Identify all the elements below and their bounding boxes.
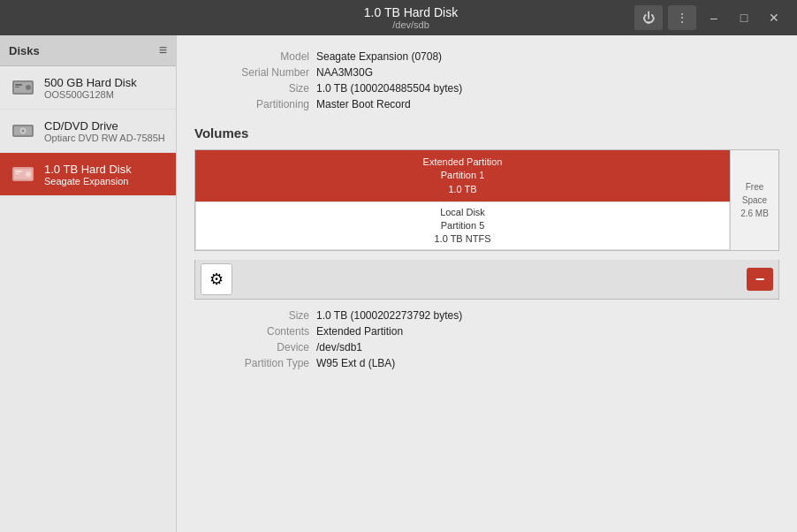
partition-visual: Extended Partition Partition 1 1.0 TB Lo… <box>194 149 779 251</box>
content-area: Model Seagate Expansion (0708) Serial Nu… <box>177 35 797 532</box>
sidebar-item-1tb-sub: Seagate Expansion <box>44 176 132 186</box>
sidebar-item-500gb[interactable]: 500 GB Hard Disk OOS500G128M <box>0 66 176 110</box>
gear-button[interactable]: ⚙ <box>201 263 232 295</box>
inner-partition-row: Local Disk Partition 5 1.0 TB NTFS <box>195 201 730 250</box>
disk-icon-500gb <box>9 73 37 102</box>
sidebar-item-1tb[interactable]: 1.0 TB Hard Disk Seagate Expansion <box>0 153 176 196</box>
model-value: Seagate Expansion (0708) <box>316 49 779 64</box>
local-disk-sublabel: Partition 5 <box>441 219 485 232</box>
sidebar-title: Disks <box>9 44 40 57</box>
volumes-section: Volumes Extended Partition Partition 1 1… <box>194 125 779 370</box>
sidebar-header: Disks ≡ <box>0 35 176 66</box>
partitioning-label: Partitioning <box>194 97 309 111</box>
sidebar-item-500gb-name: 500 GB Hard Disk <box>44 76 137 89</box>
detail-contents-label: Contents <box>194 324 309 338</box>
local-disk-label: Local Disk <box>440 206 485 219</box>
detail-partition-type-label: Partition Type <box>194 356 309 370</box>
partition-outer-row: Extended Partition Partition 1 1.0 TB Lo… <box>195 150 778 250</box>
titlebar-controls: ⏻ ⋮ – □ ✕ <box>634 5 786 30</box>
sidebar-item-cdvd-sub: Optiarc DVD RW AD-7585H <box>44 133 165 143</box>
sidebar-item-500gb-text: 500 GB Hard Disk OOS500G128M <box>44 76 137 100</box>
svg-point-2 <box>26 85 31 90</box>
free-space-label: Free Space <box>734 180 775 207</box>
free-space-size: 2.6 MB <box>740 207 769 220</box>
disk-info: Model Seagate Expansion (0708) Serial Nu… <box>194 49 779 111</box>
extended-area: Extended Partition Partition 1 1.0 TB Lo… <box>195 150 730 250</box>
titlebar-center: 1.0 TB Hard Disk /dev/sdb <box>187 5 634 30</box>
hamburger-button[interactable]: ≡ <box>159 42 167 58</box>
extended-label: Extended Partition <box>199 156 726 169</box>
window-title: 1.0 TB Hard Disk <box>364 5 458 19</box>
sidebar: Disks ≡ 500 GB Hard Disk OOS500G128M <box>0 35 177 532</box>
detail-size-label: Size <box>194 308 309 323</box>
menu-button[interactable]: ⋮ <box>668 5 696 30</box>
main-layout: Disks ≡ 500 GB Hard Disk OOS500G128M <box>0 35 797 532</box>
gear-icon: ⚙ <box>209 270 224 289</box>
sidebar-item-cdvd[interactable]: CD/DVD Drive Optiarc DVD RW AD-7585H <box>0 110 176 153</box>
size-value: 1.0 TB (1000204885504 bytes) <box>316 81 779 95</box>
partitioning-value: Master Boot Record <box>316 97 779 111</box>
detail-device-value: /dev/sdb1 <box>316 340 779 354</box>
extended-sublabel: Partition 1 <box>199 169 726 182</box>
volumes-title: Volumes <box>194 125 779 141</box>
free-space-col: Free Space 2.6 MB <box>730 150 778 250</box>
minimize-button[interactable]: – <box>702 5 726 30</box>
svg-point-11 <box>26 171 31 177</box>
svg-point-8 <box>22 130 25 133</box>
extended-partition[interactable]: Extended Partition Partition 1 1.0 TB <box>195 150 730 201</box>
svg-rect-4 <box>15 87 19 87</box>
sidebar-item-cdvd-text: CD/DVD Drive Optiarc DVD RW AD-7585H <box>44 119 165 143</box>
svg-rect-3 <box>15 84 22 86</box>
sidebar-item-cdvd-name: CD/DVD Drive <box>44 119 165 133</box>
disk-icon-1tb <box>9 160 37 188</box>
svg-rect-12 <box>15 171 22 172</box>
sidebar-item-1tb-name: 1.0 TB Hard Disk <box>44 163 132 176</box>
detail-partition-type-value: W95 Ext d (LBA) <box>316 356 779 370</box>
partition-details: Size 1.0 TB (1000202273792 bytes) Conten… <box>194 308 779 370</box>
size-label: Size <box>194 81 309 95</box>
serial-value: NAA3M30G <box>316 65 779 80</box>
window-subtitle: /dev/sdb <box>392 19 429 30</box>
extended-size: 1.0 TB <box>199 183 726 196</box>
detail-size-value: 1.0 TB (1000202273792 bytes) <box>316 308 779 323</box>
detail-contents-value: Extended Partition <box>316 324 779 338</box>
maximize-button[interactable]: □ <box>732 5 756 30</box>
titlebar: 1.0 TB Hard Disk /dev/sdb ⏻ ⋮ – □ ✕ <box>0 0 797 35</box>
power-button[interactable]: ⏻ <box>634 5 663 30</box>
disk-icon-cdvd <box>9 117 37 145</box>
local-disk-size: 1.0 TB NTFS <box>435 232 491 246</box>
serial-label: Serial Number <box>194 65 309 80</box>
remove-partition-button[interactable]: − <box>747 268 773 291</box>
model-label: Model <box>194 49 309 64</box>
close-button[interactable]: ✕ <box>762 5 786 30</box>
detail-device-label: Device <box>194 340 309 354</box>
sidebar-item-1tb-text: 1.0 TB Hard Disk Seagate Expansion <box>44 163 132 186</box>
partition-toolbar: ⚙ − <box>194 260 779 300</box>
sidebar-item-500gb-sub: OOS500G128M <box>44 89 137 100</box>
local-disk-partition[interactable]: Local Disk Partition 5 1.0 TB NTFS <box>195 201 730 250</box>
minus-icon: − <box>755 270 765 289</box>
svg-rect-13 <box>15 173 19 174</box>
